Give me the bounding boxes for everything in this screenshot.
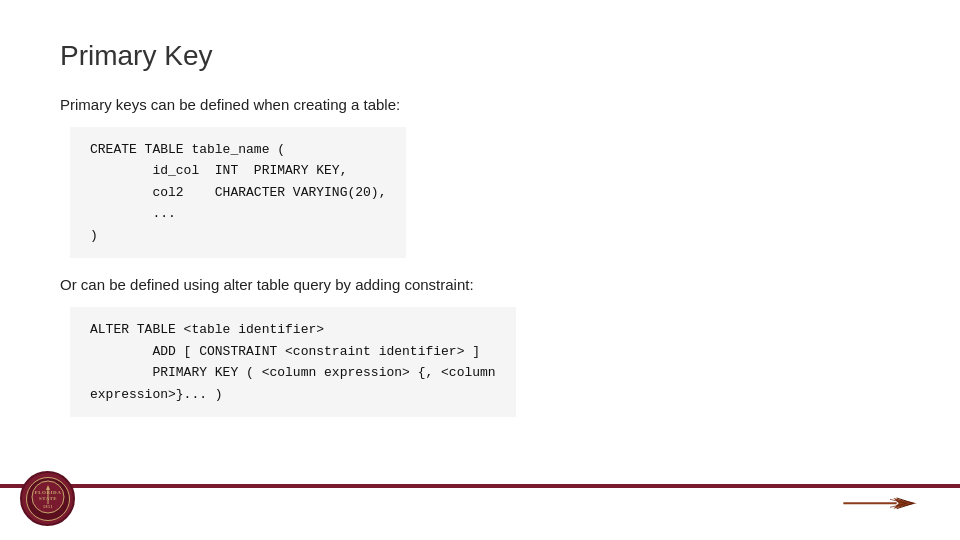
slide: Primary Key Primary keys can be defined … [0,0,960,540]
logo-inner: FLORIDA STATE 1851 [26,477,70,521]
logo-text: FLORIDA STATE 1851 [31,480,65,516]
code-block-1-content: CREATE TABLE table_name ( id_col INT PRI… [90,139,386,246]
code-block-1: CREATE TABLE table_name ( id_col INT PRI… [70,127,406,258]
arrow-decoration [840,480,920,520]
middle-text: Or can be defined using alter table quer… [60,276,900,293]
fsu-logo: FLORIDA STATE 1851 [20,471,75,526]
code-block-2: ALTER TABLE <table identifier> ADD [ CON… [70,307,516,417]
code-block-2-content: ALTER TABLE <table identifier> ADD [ CON… [90,319,496,405]
logo-svg: FLORIDA STATE 1851 [31,480,65,514]
svg-text:1851: 1851 [43,504,53,509]
slide-title: Primary Key [60,40,900,72]
bottom-bar [0,484,960,488]
intro-text: Primary keys can be defined when creatin… [60,96,900,113]
